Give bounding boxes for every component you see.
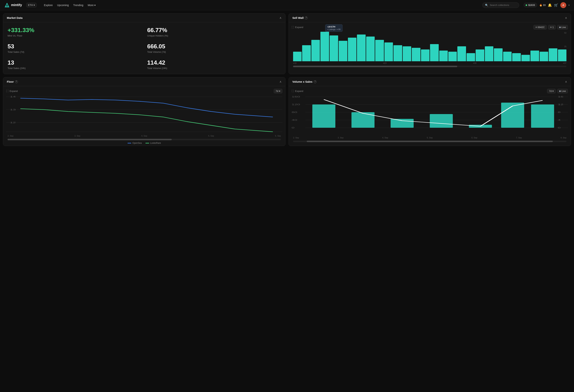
sell-wall-bar[interactable] bbox=[485, 46, 493, 61]
sell-wall-bar[interactable] bbox=[476, 49, 484, 61]
market-data-panel: Market Data ∧ +331.33% Mint Vs. Floor 66… bbox=[3, 13, 286, 74]
sell-wall-scrollbar-thumb[interactable] bbox=[293, 66, 457, 67]
sell-wall-panel: Sell Wall ? ∧ ⛶ Expand ≡ 6942C ≡ 1 bbox=[288, 13, 571, 74]
sell-wall-bar[interactable] bbox=[494, 48, 502, 61]
nav-explore[interactable]: Explore bbox=[44, 4, 53, 7]
floor-legend: OpenSea LooksRare bbox=[6, 142, 282, 144]
volume-sales-panel: Volume x Sales ? ∧ ⛶ Expand 7d ▾ Live bbox=[288, 77, 571, 146]
sell-wall-bar[interactable] bbox=[366, 37, 375, 61]
nav-more[interactable]: More ▾ bbox=[88, 4, 96, 7]
nav-trending[interactable]: Trending bbox=[73, 4, 83, 7]
sell-wall-bar[interactable] bbox=[348, 38, 356, 61]
eth-selector[interactable]: ETH ▾ bbox=[26, 3, 37, 7]
stat-value-mint-vs-floor: +331.33% bbox=[8, 27, 141, 34]
sell-wall-bar[interactable] bbox=[549, 48, 557, 61]
svg-text:8: 8 bbox=[558, 111, 560, 113]
floor-scrollbar[interactable] bbox=[8, 139, 281, 140]
sell-wall-bar[interactable] bbox=[403, 46, 411, 61]
looksrare-legend-dot bbox=[145, 143, 149, 144]
svg-text:13: 13 bbox=[10, 108, 16, 111]
sell-wall-help-icon[interactable]: ? bbox=[305, 16, 308, 19]
sell-wall-expand-button[interactable]: ⛶ Expand bbox=[292, 26, 303, 29]
sell-wall-bar[interactable] bbox=[385, 42, 393, 61]
sell-wall-bar[interactable] bbox=[503, 52, 512, 61]
stat-total-volume-7d: 666.05 Total Volume (7d) bbox=[147, 43, 281, 53]
floor-period-button[interactable]: 7d ▾ bbox=[274, 89, 282, 93]
sell-wall-bar[interactable] bbox=[512, 53, 521, 61]
sell-wall-bar[interactable] bbox=[293, 52, 302, 61]
floor-help-icon[interactable]: ? bbox=[15, 80, 18, 83]
sell-wall-collapse-button[interactable]: ∧ bbox=[565, 16, 567, 20]
sell-wall-bar[interactable] bbox=[540, 52, 548, 61]
notification-icon[interactable]: 🔔 bbox=[548, 3, 552, 7]
market-data-collapse-button[interactable]: ∧ bbox=[279, 16, 282, 20]
sell-wall-filter-btn1[interactable]: ≡ 6942C bbox=[533, 25, 547, 30]
sell-wall-bar[interactable] bbox=[448, 52, 457, 61]
volume-sales-period-button[interactable]: 7d ▾ bbox=[547, 89, 556, 93]
volume-sales-live-btn[interactable]: Live bbox=[557, 89, 568, 93]
sell-wall-bar[interactable] bbox=[558, 49, 566, 61]
sell-wall-bar[interactable] bbox=[421, 49, 430, 61]
sell-wall-bar[interactable] bbox=[457, 46, 466, 61]
sell-wall-live-btn[interactable]: Live bbox=[557, 25, 568, 30]
stat-value-total-volume-7d: 666.05 bbox=[147, 43, 281, 50]
avatar-chevron-icon[interactable]: ▾ bbox=[569, 4, 570, 6]
volume-sales-body: ⛶ Expand 7d ▾ Live bbox=[289, 86, 571, 144]
volume-sales-expand-button[interactable]: ⛶ Expand bbox=[292, 90, 303, 92]
sell-wall-bar[interactable]: ≡20 ETH• Listings: ≡ 66 bbox=[330, 35, 338, 61]
stat-unique-holders: 66.77% Unique Holders (%) bbox=[147, 27, 281, 37]
volume-sales-title: Volume x Sales ? bbox=[292, 80, 317, 83]
sell-wall-bars: ≡20 ETH• Listings: ≡ 66 bbox=[292, 32, 568, 61]
volume-sales-scrollbar-thumb[interactable] bbox=[307, 141, 553, 142]
market-data-title: Market Data bbox=[7, 16, 22, 19]
volume-sales-scrollbar[interactable] bbox=[293, 141, 566, 142]
floor-chart: 14 13 12 2. Sep 3. Sep 4. Sep 5. Sep 6. … bbox=[6, 95, 282, 137]
sell-wall-bar[interactable] bbox=[467, 53, 475, 61]
vol-period-chevron-icon: ▾ bbox=[553, 90, 554, 92]
avatar[interactable]: A bbox=[560, 2, 566, 8]
sell-wall-header: Sell Wall ? ∧ bbox=[289, 14, 571, 22]
sell-wall-scrollbar[interactable] bbox=[293, 66, 566, 67]
search-input[interactable] bbox=[490, 4, 515, 6]
sell-wall-bar[interactable] bbox=[311, 40, 320, 61]
floor-collapse-button[interactable]: ∧ bbox=[279, 80, 282, 83]
sell-wall-bar[interactable] bbox=[439, 51, 448, 61]
floor-title: Floor ? bbox=[7, 80, 18, 83]
svg-text:12: 12 bbox=[10, 122, 16, 124]
sell-wall-bar[interactable] bbox=[393, 45, 402, 61]
stat-label-total-volume-24h: Total Volume (24h) bbox=[147, 67, 281, 70]
cart-icon[interactable]: 🛒 bbox=[554, 3, 558, 7]
svg-text:160: 160 bbox=[292, 96, 300, 98]
sell-wall-bar[interactable] bbox=[531, 51, 539, 61]
market-data-header: Market Data ∧ bbox=[3, 14, 285, 22]
price-dot bbox=[526, 4, 527, 6]
sell-wall-bar[interactable] bbox=[430, 44, 439, 61]
floor-expand-button[interactable]: ⛶ Expand bbox=[6, 90, 18, 92]
sell-wall-bar[interactable] bbox=[357, 35, 366, 61]
live-dot bbox=[559, 27, 561, 28]
volume-sales-collapse-button[interactable]: ∧ bbox=[565, 80, 567, 83]
sell-wall-bar[interactable] bbox=[302, 45, 311, 61]
period-chevron-icon: ▾ bbox=[279, 90, 280, 92]
sell-wall-filter-btn2[interactable]: ≡ 1 bbox=[548, 25, 556, 30]
sell-wall-bar[interactable] bbox=[339, 41, 347, 61]
volume-sales-help-icon[interactable]: ? bbox=[314, 80, 317, 83]
nav-right: $1633 🔥 33 🔔 🛒 A ▾ bbox=[524, 2, 570, 8]
volume-sales-toolbar: ⛶ Expand 7d ▾ Live bbox=[292, 89, 568, 93]
svg-text:80: 80 bbox=[292, 111, 297, 113]
sell-wall-bar[interactable] bbox=[320, 32, 329, 61]
sell-wall-bar[interactable] bbox=[521, 55, 530, 61]
logo[interactable]: mintify bbox=[4, 2, 22, 8]
stat-label-mint-vs-floor: Mint Vs. Floor bbox=[8, 34, 141, 37]
svg-text:0: 0 bbox=[292, 127, 294, 129]
svg-rect-30 bbox=[531, 104, 554, 128]
stat-total-volume-24h: 114.42 Total Volume (24h) bbox=[147, 59, 281, 70]
sell-wall-bar[interactable] bbox=[375, 40, 384, 61]
floor-toolbar: ⛶ Expand 7d ▾ bbox=[6, 89, 282, 93]
floor-scrollbar-thumb[interactable] bbox=[8, 139, 172, 140]
sell-wall-bar[interactable] bbox=[412, 48, 420, 61]
svg-rect-26 bbox=[390, 119, 414, 128]
svg-text:14: 14 bbox=[10, 96, 16, 98]
search-bar[interactable]: 🔍 bbox=[482, 2, 519, 8]
nav-upcoming[interactable]: Upcoming bbox=[57, 4, 69, 7]
